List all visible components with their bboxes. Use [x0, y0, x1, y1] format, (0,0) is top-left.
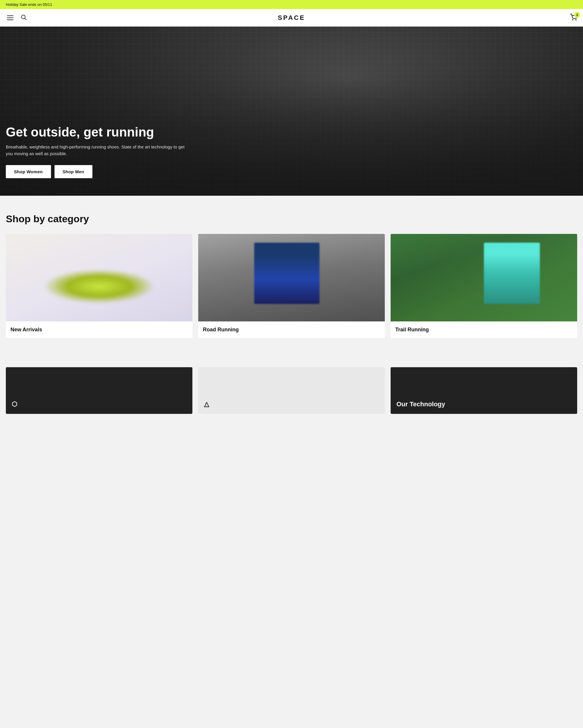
category-image-wrapper-road-running	[198, 234, 385, 321]
category-grid: New Arrivals Road Running Trail Running	[6, 234, 577, 338]
category-image-trail-running	[391, 234, 577, 321]
announcement-bar: Holiday Sale ends on 05/11	[0, 0, 583, 9]
category-image-road-running	[198, 234, 385, 321]
search-icon	[20, 14, 27, 20]
cart-badge: 2	[574, 12, 580, 18]
svg-point-2	[573, 20, 573, 20]
tech-icon-1: ⬡	[12, 400, 17, 408]
hero-section: Get outside, get running Breathable, wei…	[0, 27, 583, 196]
category-label-new-arrivals: New Arrivals	[6, 321, 192, 338]
menu-line-2	[7, 18, 13, 18]
hero-content: Get outside, get running Breathable, wei…	[0, 125, 583, 178]
tech-card-3: Our Technology	[391, 367, 577, 414]
tech-icon-2: △	[204, 400, 209, 408]
tech-card-1: ⬡	[6, 367, 192, 414]
cart-button[interactable]: 2	[570, 14, 577, 22]
tech-section: ⬡ △ Our Technology	[0, 350, 583, 425]
announcement-text: Holiday Sale ends on 05/11	[6, 2, 52, 7]
category-section-title: Shop by category	[6, 213, 577, 225]
tech-title-3: Our Technology	[396, 400, 445, 408]
tech-grid: ⬡ △ Our Technology	[6, 367, 577, 414]
category-card-trail-running[interactable]: Trail Running	[391, 234, 577, 338]
category-image-new-arrivals	[6, 234, 192, 321]
shop-men-button[interactable]: Shop Men	[55, 165, 92, 178]
shop-women-button[interactable]: Shop Women	[6, 165, 51, 178]
header-left	[6, 13, 28, 23]
category-label-trail-running: Trail Running	[391, 321, 577, 338]
category-image-wrapper-new-arrivals	[6, 234, 192, 321]
hero-title: Get outside, get running	[6, 125, 577, 139]
menu-line-1	[7, 16, 13, 16]
hero-subtitle: Breathable, weightless and high-performi…	[6, 144, 192, 157]
menu-button[interactable]	[6, 14, 15, 21]
category-label-road-running: Road Running	[198, 321, 385, 338]
site-logo[interactable]: SPACE	[278, 14, 305, 22]
svg-line-1	[25, 18, 26, 20]
category-image-wrapper-trail-running	[391, 234, 577, 321]
tech-card-2: △	[198, 367, 385, 414]
site-header: SPACE 2	[0, 9, 583, 27]
category-card-new-arrivals[interactable]: New Arrivals	[6, 234, 192, 338]
svg-point-3	[576, 20, 576, 20]
hero-buttons: Shop Women Shop Men	[6, 165, 577, 178]
header-right: 2	[570, 14, 577, 22]
search-button[interactable]	[19, 13, 28, 23]
category-section: Shop by category New Arrivals Road Runni…	[0, 196, 583, 350]
menu-line-3	[7, 20, 13, 20]
category-card-road-running[interactable]: Road Running	[198, 234, 385, 338]
